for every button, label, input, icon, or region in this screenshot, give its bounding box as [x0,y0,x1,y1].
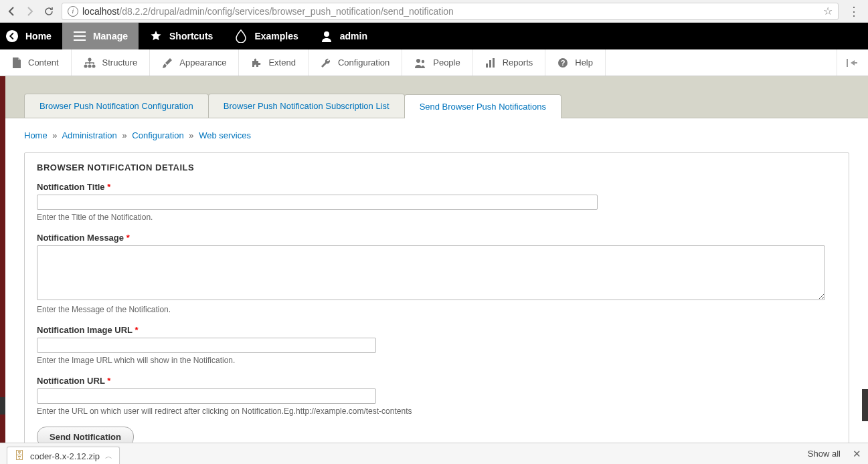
left-edge-handle[interactable] [0,397,5,415]
svg-point-3 [84,64,87,68]
toolbar-home[interactable]: Home [0,23,62,49]
file-icon [12,57,21,68]
notification-details-fieldset: BROWSER NOTIFICATION DETAILS Notificatio… [24,152,849,460]
primary-tabs: Browser Push Notification Configuration … [24,94,849,118]
label-image: Notification Image URL * [37,325,837,335]
tab-subscription-list[interactable]: Browser Push Notification Subscription L… [208,94,405,118]
admin-menu-extend[interactable]: Extend [239,49,308,76]
star-icon [149,29,163,43]
toolbar-manage[interactable]: Manage [62,23,139,49]
chevron-up-icon[interactable]: ︿ [105,451,112,461]
toolbar-collapse-button[interactable] [837,49,868,76]
breadcrumb-sep: » [52,130,57,140]
input-notification-image-url[interactable] [37,338,376,353]
user-icon [320,29,333,43]
wrench-icon [321,57,331,68]
bar-chart-icon [485,57,496,68]
svg-point-6 [416,59,420,63]
svg-rect-10 [493,58,495,68]
tab-send-notifications[interactable]: Send Browser Push Notifications [404,94,561,118]
download-filename: coder-8.x-2.12.zip [30,451,100,461]
input-notification-message[interactable] [37,245,825,300]
svg-point-2 [88,57,91,61]
svg-point-4 [88,64,91,68]
form-item-message: Notification Message * Enter the Message… [37,233,837,314]
site-info-icon[interactable]: i [68,6,78,17]
toolbar-manage-label: Manage [93,31,128,41]
desc-message: Enter the Message of the Notification. [37,305,837,314]
toolbar-shortcuts[interactable]: Shortcuts [139,23,224,49]
back-circle-icon [5,29,19,43]
breadcrumb-config[interactable]: Configuration [132,130,183,140]
drupal-toolbar: Home Manage Shortcuts Examples admin [0,23,868,49]
admin-menu-label: Reports [503,57,533,68]
toolbar-examples[interactable]: Examples [224,23,309,49]
download-item[interactable]: 🗄 coder-8.x-2.12.zip ︿ [7,447,120,464]
admin-menu-reports[interactable]: Reports [473,49,546,76]
form-item-url: Notification URL * Enter the URL on whic… [37,376,837,416]
breadcrumb-webservices[interactable]: Web services [199,130,251,140]
forward-button[interactable] [24,5,36,17]
required-marker: * [126,233,130,243]
admin-menu-help[interactable]: ? Help [545,49,606,76]
svg-text:?: ? [561,59,566,67]
hamburger-icon [73,29,86,43]
close-download-bar[interactable]: ✕ [853,448,861,460]
desc-image: Enter the Image URL which will show in t… [37,356,837,365]
right-scroll-handle[interactable] [862,389,868,421]
archive-file-icon: 🗄 [14,450,25,462]
help-icon: ? [557,57,568,68]
reload-button[interactable] [43,5,55,17]
browser-chrome: i localhost/d8.2.2/drupal/admin/config/s… [0,0,868,23]
bookmark-star-icon[interactable]: ☆ [823,5,833,17]
breadcrumb: Home » Administration » Configuration » … [24,130,849,140]
admin-menu-label: Appearance [179,57,226,68]
download-bar: 🗄 coder-8.x-2.12.zip ︿ Show all ✕ [0,443,868,464]
admin-menu-label: Structure [102,57,138,68]
url-text: localhost/d8.2.2/drupal/admin/config/ser… [82,6,454,17]
breadcrumb-home[interactable]: Home [24,130,48,140]
puzzle-icon [251,57,262,68]
input-notification-title[interactable] [37,195,598,210]
tab-config[interactable]: Browser Push Notification Configuration [24,94,209,118]
required-marker: * [107,182,110,192]
breadcrumb-admin[interactable]: Administration [62,130,116,140]
admin-menu-label: Extend [268,57,295,68]
toolbar-user[interactable]: admin [309,23,378,49]
admin-menu-content[interactable]: Content [0,49,72,76]
show-all-downloads[interactable]: Show all [808,449,841,459]
fieldset-legend: BROWSER NOTIFICATION DETAILS [37,162,837,172]
svg-rect-8 [486,64,488,68]
admin-menu-people[interactable]: People [402,49,472,76]
toolbar-shortcuts-label: Shortcuts [169,31,213,41]
label-title: Notification Title * [37,182,837,192]
form-item-image: Notification Image URL * Enter the Image… [37,325,837,365]
required-marker: * [107,376,110,386]
label-url: Notification URL * [37,376,837,386]
desc-url: Enter the URL on which user will redirec… [37,407,837,416]
admin-menu: Content Structure Appearance Extend Conf… [0,49,868,76]
admin-menu-configuration[interactable]: Configuration [309,49,402,76]
form-item-title: Notification Title * Enter the Title of … [37,182,837,222]
svg-rect-9 [489,60,491,68]
collapse-icon [847,58,859,68]
tabs-region: Browser Push Notification Configuration … [5,76,868,118]
admin-menu-structure[interactable]: Structure [72,49,151,76]
svg-point-0 [6,30,18,42]
back-button[interactable] [5,5,17,17]
toolbar-examples-label: Examples [254,31,298,41]
svg-point-7 [422,60,424,62]
input-notification-url[interactable] [37,388,376,404]
admin-menu-label: Help [575,57,593,68]
label-message: Notification Message * [37,233,837,243]
breadcrumb-sep: » [189,130,193,140]
url-bar[interactable]: i localhost/d8.2.2/drupal/admin/config/s… [62,3,839,20]
admin-menu-label: People [433,57,460,68]
admin-menu-label: Content [28,57,59,68]
required-marker: * [135,325,138,335]
admin-menu-appearance[interactable]: Appearance [150,49,239,76]
paintbrush-icon [162,57,173,68]
desc-title: Enter the Title of the Notification. [37,213,837,222]
browser-menu-icon[interactable]: ⋮ [845,4,863,19]
svg-point-1 [324,31,329,37]
